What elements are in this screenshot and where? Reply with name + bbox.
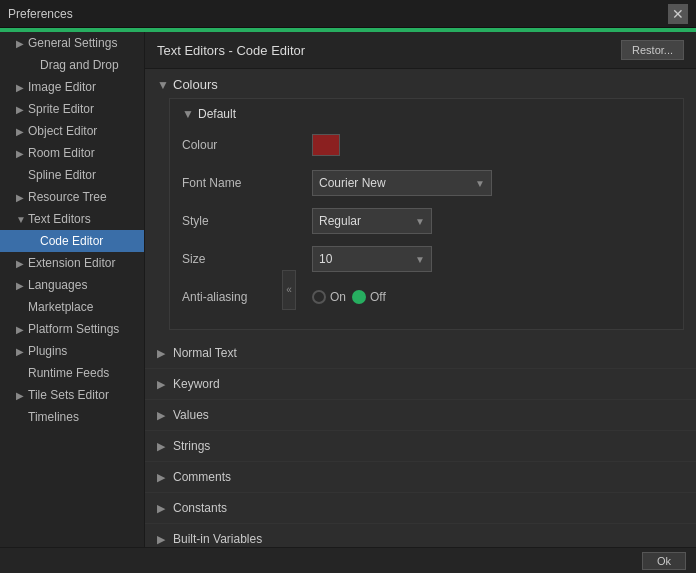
anti-aliasing-on-btn[interactable]: On xyxy=(312,290,346,304)
bottom-bar: Ok xyxy=(0,547,696,573)
sidebar-item-label: Spline Editor xyxy=(28,168,96,182)
chevron-icon: ▶ xyxy=(16,258,24,269)
expand-section-normal-text[interactable]: ▶Normal Text xyxy=(145,338,696,369)
style-label: Style xyxy=(182,214,312,228)
sidebar-item-languages[interactable]: ▶Languages xyxy=(0,274,144,296)
expand-section-comments[interactable]: ▶Comments xyxy=(145,462,696,493)
sidebar-item-label: Sprite Editor xyxy=(28,102,94,116)
expand-arrow: ▶ xyxy=(157,471,167,484)
size-arrow: ▼ xyxy=(415,254,425,265)
expand-arrow: ▶ xyxy=(157,378,167,391)
sidebar-item-label: Plugins xyxy=(28,344,67,358)
style-dropdown[interactable]: Regular ▼ xyxy=(312,208,432,234)
sidebar-item-extension-editor[interactable]: ▶Extension Editor xyxy=(0,252,144,274)
sidebar-item-code-editor[interactable]: Code Editor xyxy=(0,230,144,252)
anti-aliasing-toggle: On Off xyxy=(312,290,386,304)
sidebar-item-spline-editor[interactable]: Spline Editor xyxy=(0,164,144,186)
font-name-arrow: ▼ xyxy=(475,178,485,189)
sidebar-item-platform-settings[interactable]: ▶Platform Settings xyxy=(0,318,144,340)
close-button[interactable]: ✕ xyxy=(668,4,688,24)
font-name-dropdown[interactable]: Courier New ▼ xyxy=(312,170,492,196)
sidebar-item-image-editor[interactable]: ▶Image Editor xyxy=(0,76,144,98)
content-title: Text Editors - Code Editor xyxy=(157,43,305,58)
expandable-sections: ▶Normal Text▶Keyword▶Values▶Strings▶Comm… xyxy=(145,338,696,547)
style-value: Regular ▼ xyxy=(312,208,671,234)
sidebar-item-label: General Settings xyxy=(28,36,117,50)
font-name-text: Courier New xyxy=(319,176,471,190)
style-arrow: ▼ xyxy=(415,216,425,227)
colours-arrow: ▼ xyxy=(157,78,169,92)
sidebar-item-label: Code Editor xyxy=(40,234,103,248)
chevron-icon: ▶ xyxy=(16,346,24,357)
sidebar-item-label: Resource Tree xyxy=(28,190,107,204)
font-name-row: Font Name Courier New ▼ xyxy=(182,169,671,197)
expand-section-values[interactable]: ▶Values xyxy=(145,400,696,431)
anti-aliasing-off-btn[interactable]: Off xyxy=(352,290,386,304)
expand-arrow: ▶ xyxy=(157,533,167,546)
expand-arrow: ▶ xyxy=(157,502,167,515)
sidebar-item-object-editor[interactable]: ▶Object Editor xyxy=(0,120,144,142)
main-layout: ▶General SettingsDrag and Drop▶Image Edi… xyxy=(0,32,696,547)
sidebar-item-text-editors[interactable]: ▼Text Editors xyxy=(0,208,144,230)
expand-label: Values xyxy=(173,408,209,422)
sidebar-item-tile-sets-editor[interactable]: ▶Tile Sets Editor xyxy=(0,384,144,406)
chevron-icon: ▼ xyxy=(16,214,24,225)
sidebar-item-label: Image Editor xyxy=(28,80,96,94)
anti-aliasing-off-text: Off xyxy=(370,290,386,304)
sidebar-item-label: Platform Settings xyxy=(28,322,119,336)
sidebar-item-room-editor[interactable]: ▶Room Editor xyxy=(0,142,144,164)
expand-label: Normal Text xyxy=(173,346,237,360)
sidebar-item-timelines[interactable]: Timelines xyxy=(0,406,144,428)
title-bar-title: Preferences xyxy=(8,7,668,21)
sidebar-item-general-settings[interactable]: ▶General Settings xyxy=(0,32,144,54)
expand-section-strings[interactable]: ▶Strings xyxy=(145,431,696,462)
sidebar-item-resource-tree[interactable]: ▶Resource Tree xyxy=(0,186,144,208)
sidebar-item-label: Runtime Feeds xyxy=(28,366,109,380)
chevron-icon: ▶ xyxy=(16,148,24,159)
default-header[interactable]: ▼ Default xyxy=(182,107,671,121)
expand-section-constants[interactable]: ▶Constants xyxy=(145,493,696,524)
collapse-handle[interactable]: « xyxy=(282,270,296,310)
sidebar-item-runtime-feeds[interactable]: Runtime Feeds xyxy=(0,362,144,384)
sidebar-item-label: Tile Sets Editor xyxy=(28,388,109,402)
expand-arrow: ▶ xyxy=(157,347,167,360)
font-name-value: Courier New ▼ xyxy=(312,170,671,196)
colour-label: Colour xyxy=(182,138,312,152)
expand-label: Constants xyxy=(173,501,227,515)
chevron-icon: ▶ xyxy=(16,104,24,115)
sidebar-item-label: Marketplace xyxy=(28,300,93,314)
content-header: Text Editors - Code Editor Restor... xyxy=(145,32,696,69)
colour-value xyxy=(312,134,671,156)
anti-aliasing-on-circle xyxy=(312,290,326,304)
chevron-icon: ▶ xyxy=(16,82,24,93)
style-text: Regular xyxy=(319,214,411,228)
style-row: Style Regular ▼ xyxy=(182,207,671,235)
sidebar-item-drag-and-drop[interactable]: Drag and Drop xyxy=(0,54,144,76)
ok-button[interactable]: Ok xyxy=(642,552,686,570)
default-arrow: ▼ xyxy=(182,107,194,121)
sidebar-item-plugins[interactable]: ▶Plugins xyxy=(0,340,144,362)
size-dropdown[interactable]: 10 ▼ xyxy=(312,246,432,272)
sidebar-item-label: Languages xyxy=(28,278,87,292)
restore-button[interactable]: Restor... xyxy=(621,40,684,60)
sidebar-item-label: Text Editors xyxy=(28,212,91,226)
size-value: 10 ▼ xyxy=(312,246,671,272)
chevron-icon: ▶ xyxy=(16,324,24,335)
sidebar-item-label: Extension Editor xyxy=(28,256,115,270)
expand-arrow: ▶ xyxy=(157,409,167,422)
colour-swatch[interactable] xyxy=(312,134,340,156)
colour-row: Colour xyxy=(182,131,671,159)
sidebar-item-marketplace[interactable]: Marketplace xyxy=(0,296,144,318)
sidebar-item-label: Drag and Drop xyxy=(40,58,119,72)
colours-section-header[interactable]: ▼ Colours xyxy=(157,77,684,92)
expand-arrow: ▶ xyxy=(157,440,167,453)
size-label: Size xyxy=(182,252,312,266)
size-row: Size 10 ▼ xyxy=(182,245,671,273)
sidebar-item-label: Room Editor xyxy=(28,146,95,160)
expand-section-built-in-variables[interactable]: ▶Built-in Variables xyxy=(145,524,696,547)
sidebar-item-sprite-editor[interactable]: ▶Sprite Editor xyxy=(0,98,144,120)
expand-label: Strings xyxy=(173,439,210,453)
expand-section-keyword[interactable]: ▶Keyword xyxy=(145,369,696,400)
sidebar-item-label: Timelines xyxy=(28,410,79,424)
anti-aliasing-on-text: On xyxy=(330,290,346,304)
